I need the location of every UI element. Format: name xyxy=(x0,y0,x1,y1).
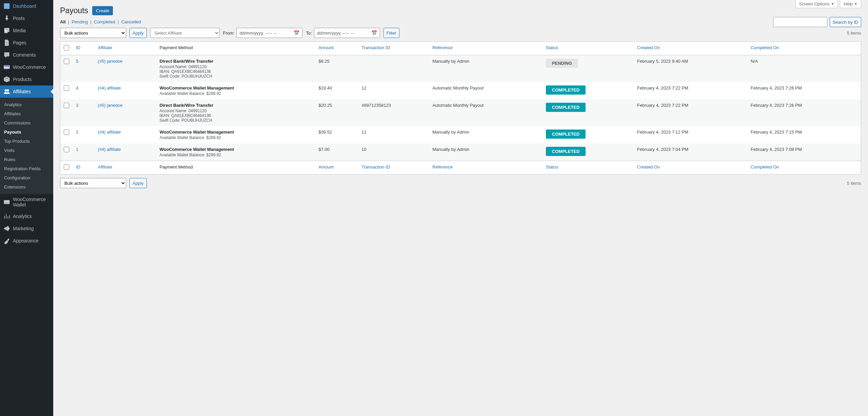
col-affiliate[interactable]: Affiliate xyxy=(95,161,156,175)
row-id-link[interactable]: 4 xyxy=(76,85,78,91)
help-label: Help xyxy=(844,1,853,6)
to-date-input[interactable]: dd/mm/yyyy, --:-- -- 📅 xyxy=(314,28,380,38)
row-affiliate-link[interactable]: (#4) affiliate xyxy=(98,147,121,152)
col-id[interactable]: ID xyxy=(73,42,95,55)
row-affiliate-link[interactable]: (#4) affiliate xyxy=(98,130,121,135)
screen-options-label: Screen Options xyxy=(799,1,830,6)
row-completed: N/A xyxy=(747,55,861,82)
col-created-on[interactable]: Created On xyxy=(634,161,747,175)
row-id-link[interactable]: 5 xyxy=(76,59,78,64)
row-affiliate-link[interactable]: (#5) janedoe xyxy=(98,59,123,64)
sidebar-item-woocommerce[interactable]: wooWooCommerce xyxy=(0,61,53,73)
submenu-item-top-products[interactable]: Top Products xyxy=(0,137,53,146)
row-affiliate-link[interactable]: (#5) janedoe xyxy=(98,103,123,108)
view-cancelled[interactable]: Cancelled xyxy=(121,19,141,24)
submenu-item-rules[interactable]: Rules xyxy=(0,155,53,164)
row-id-link[interactable]: 3 xyxy=(76,103,78,108)
col-affiliate[interactable]: Affiliate xyxy=(95,42,156,55)
col-amount[interactable]: Amount xyxy=(315,42,358,55)
apply-button-bottom[interactable]: Apply xyxy=(130,178,147,188)
status-badge: COMPLETED xyxy=(546,103,586,112)
row-txn: 12 xyxy=(358,82,429,99)
svg-point-2 xyxy=(5,90,6,91)
col-completed-on[interactable]: Completed On xyxy=(747,161,861,175)
calendar-icon: 📅 xyxy=(371,30,377,36)
col-reference[interactable]: Reference xyxy=(429,161,542,175)
row-checkbox[interactable] xyxy=(64,59,69,64)
screen-options-tab[interactable]: Screen Options ▼ xyxy=(795,0,838,8)
select-all-checkbox-footer[interactable] xyxy=(64,164,69,170)
col-reference[interactable]: Reference xyxy=(429,42,542,55)
affiliates-icon xyxy=(3,88,10,95)
status-badge: COMPLETED xyxy=(546,147,586,156)
help-tab[interactable]: Help ▼ xyxy=(840,0,861,8)
sidebar-item-affiliates[interactable]: Affiliates xyxy=(0,85,53,98)
search-button[interactable]: Search by ID xyxy=(830,17,861,27)
row-checkbox[interactable] xyxy=(64,85,69,91)
select-all-checkbox[interactable] xyxy=(64,45,69,51)
sidebar-item-posts[interactable]: Posts xyxy=(0,12,53,24)
row-completed: February 4, 2023 7:26 PM xyxy=(747,82,861,99)
row-completed: February 4, 2023 7:08 PM xyxy=(747,143,861,161)
bulk-actions-select-bottom[interactable]: Bulk actions xyxy=(60,178,126,188)
col-transaction-id[interactable]: Transaction ID xyxy=(358,161,429,175)
row-txn: 11 xyxy=(358,126,429,143)
row-checkbox[interactable] xyxy=(64,147,69,152)
col-created-on[interactable]: Created On xyxy=(634,42,747,55)
row-reference: Manually by Admin xyxy=(429,143,542,161)
sidebar-item-woocommerce-wallet[interactable]: WooCommerce Wallet xyxy=(0,194,53,210)
sidebar-item-products[interactable]: Products xyxy=(0,73,53,85)
row-reference: Manually by Admin xyxy=(429,126,542,143)
from-date-input[interactable]: dd/mm/yyyy, --:-- -- 📅 xyxy=(236,28,302,38)
sidebar-item-dashboard[interactable]: Dashboard xyxy=(0,0,53,12)
main-content: Screen Options ▼ Help ▼ Payouts Create S… xyxy=(53,0,868,416)
row-reference: Automatic Monthly Payout xyxy=(429,99,542,126)
woo-icon: woo xyxy=(3,64,10,71)
pm-title: WooCommerce Wallet Management xyxy=(160,130,312,135)
submenu-item-registration-fields[interactable]: Registration Fields xyxy=(0,164,53,173)
row-affiliate-link[interactable]: (#4) affiliate xyxy=(98,85,121,91)
col-amount[interactable]: Amount xyxy=(315,161,358,175)
submenu-item-affiliates[interactable]: Affiliates xyxy=(0,109,53,118)
submenu-item-payouts[interactable]: Payouts xyxy=(0,127,53,137)
tablenav-top: Bulk actions Apply Select Affiliate From… xyxy=(60,28,861,38)
bulk-actions-select[interactable]: Bulk actions xyxy=(60,28,126,38)
sidebar-item-pages[interactable]: Pages xyxy=(0,37,53,49)
col-status[interactable]: Status xyxy=(542,42,634,55)
pm-detail: Available Wallet Balance: $289.92 xyxy=(160,135,312,140)
row-checkbox[interactable] xyxy=(64,130,69,135)
sidebar-item-analytics[interactable]: Analytics xyxy=(0,210,53,222)
filter-button[interactable]: Filter xyxy=(383,28,399,38)
col-status[interactable]: Status xyxy=(542,161,634,175)
submenu-item-extensions[interactable]: Extensions xyxy=(0,182,53,192)
from-label: From: xyxy=(223,31,235,36)
sidebar-item-appearance[interactable]: Appearance xyxy=(0,235,53,247)
row-id-link[interactable]: 1 xyxy=(76,147,78,152)
submenu-item-visits[interactable]: Visits xyxy=(0,146,53,155)
row-created: February 4, 2023 7:22 PM xyxy=(634,99,747,126)
row-id-link[interactable]: 2 xyxy=(76,130,78,135)
affiliate-select[interactable]: Select Affiliate xyxy=(150,28,220,38)
view-all[interactable]: All xyxy=(60,19,66,24)
row-amount: $19.40 xyxy=(315,82,358,99)
col-id[interactable]: ID xyxy=(73,161,95,175)
pm-title: WooCommerce Wallet Management xyxy=(160,147,312,152)
col-transaction-id[interactable]: Transaction ID xyxy=(358,42,429,55)
apply-button[interactable]: Apply xyxy=(130,28,147,38)
sidebar-item-label: Comments xyxy=(13,52,36,58)
view-completed[interactable]: Completed xyxy=(94,19,115,24)
pm-title: Direct Bank/Wire Transfer xyxy=(160,103,312,108)
sidebar-item-marketing[interactable]: Marketing xyxy=(0,222,53,235)
view-pending[interactable]: Pending xyxy=(72,19,88,24)
sidebar-item-media[interactable]: Media xyxy=(0,24,53,37)
search-input[interactable] xyxy=(773,17,827,27)
page-icon xyxy=(3,39,10,46)
col-completed-on[interactable]: Completed On xyxy=(747,42,861,55)
submenu-item-analytics[interactable]: Analytics xyxy=(0,100,53,109)
create-button[interactable]: Create xyxy=(92,6,113,15)
submenu-item-commissions[interactable]: Commissions xyxy=(0,118,53,127)
sidebar-item-comments[interactable]: Comments xyxy=(0,49,53,61)
submenu-item-configuration[interactable]: Configuration xyxy=(0,173,53,182)
sidebar-item-label: Appearance xyxy=(13,238,39,243)
row-checkbox[interactable] xyxy=(64,103,69,108)
